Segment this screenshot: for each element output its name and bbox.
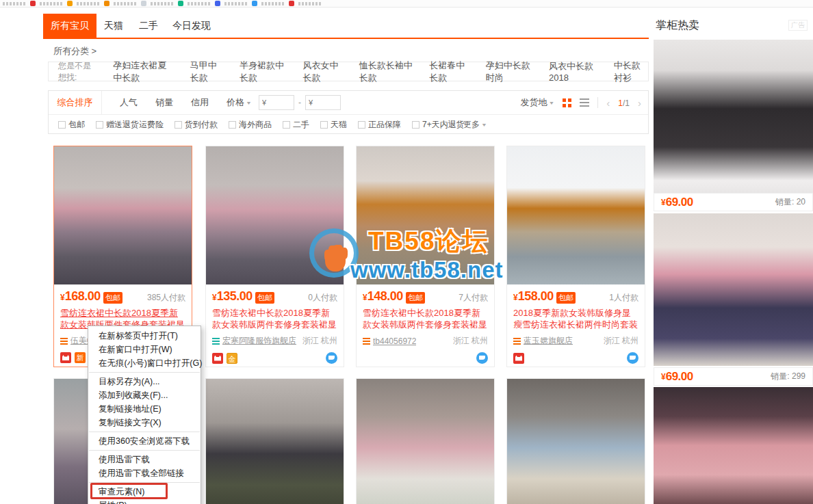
bookmark-icon — [178, 1, 183, 6]
product-title-link[interactable]: 2018夏季新款女装韩版修身显瘦雪纺连衣裙长裙两件时尚套装裙子潮 套 — [513, 307, 638, 330]
product-image[interactable] — [206, 379, 344, 504]
divider — [597, 97, 598, 108]
filter-tmall[interactable]: 天猫 — [320, 119, 347, 131]
filter-7day-return[interactable]: 7+天内退货 — [412, 119, 465, 131]
product-card[interactable]: ¥158.00包邮1人付款 2018夏季新款女装韩版修身显瘦雪纺连衣裙长裙两件时… — [506, 146, 645, 367]
tab-underline — [43, 38, 649, 39]
sidebar-product-price-row[interactable]: ¥69.00 销量: 299 — [654, 367, 813, 386]
menu-item-properties[interactable]: 属性(P) — [88, 499, 201, 504]
product-card[interactable] — [356, 378, 495, 504]
more-filters-link[interactable]: 更多▼ — [463, 119, 487, 131]
product-card[interactable]: ¥135.00包邮0人付款 雪纺连衣裙中长款2018夏季新款女装韩版两件套修身套… — [205, 146, 344, 367]
suggest-keyword[interactable]: 风衣中长款2018 — [549, 60, 599, 83]
seller-link[interactable]: 蓝玉嫦旗舰店 — [524, 335, 573, 347]
chevron-down-icon: ▼ — [246, 101, 252, 106]
sort-popularity[interactable]: 人气 — [120, 96, 138, 109]
browser-bookmarks-bar[interactable] — [0, 0, 813, 8]
menu-item-inspect-element[interactable]: 审查元素(N) — [88, 485, 201, 499]
wangwang-chat-icon[interactable] — [476, 352, 488, 364]
wangwang-chat-icon[interactable] — [326, 352, 337, 364]
filter-authentic[interactable]: 正品保障 — [358, 119, 401, 131]
seller-link[interactable]: 宏寒阿隆服饰旗舰店 — [222, 335, 296, 347]
checkbox-icon[interactable] — [175, 121, 182, 129]
product-image[interactable] — [507, 146, 645, 284]
menu-item-copy-link-address[interactable]: 复制链接地址(E) — [88, 402, 201, 416]
breadcrumb[interactable]: 所有分类 > — [53, 45, 96, 57]
menu-item-copy-link-text[interactable]: 复制链接文字(X) — [88, 416, 201, 429]
sidebar-product-price: 69.00 — [666, 196, 693, 209]
suggest-keyword[interactable]: 中长款衬衫 — [614, 59, 648, 84]
free-shipping-badge: 包邮 — [556, 292, 576, 304]
product-image[interactable] — [54, 146, 192, 284]
suggest-keyword[interactable]: 孕妇中长款时尚 — [486, 59, 534, 84]
menu-item-download-with-360[interactable]: 使用360安全浏览器下载 — [88, 434, 201, 448]
menu-item-download-all-with-thunder[interactable]: 使用迅雷下载全部链接 — [88, 466, 201, 480]
tab-secondhand[interactable]: 二手 — [139, 14, 158, 38]
tab-all-items[interactable]: 所有宝贝 — [43, 14, 96, 38]
wangwang-chat-icon[interactable] — [627, 352, 638, 364]
tmall-cat-icon — [513, 353, 524, 364]
product-card[interactable] — [506, 378, 645, 504]
menu-item-save-target-as[interactable]: 目标另存为(A)... — [88, 375, 201, 388]
price-max-input[interactable] — [305, 95, 341, 110]
checkbox-icon[interactable] — [229, 121, 236, 129]
product-image[interactable] — [357, 146, 494, 284]
product-card[interactable] — [205, 378, 344, 504]
bookmark-icon — [67, 1, 73, 6]
filter-return-insurance[interactable]: 赠送退货运费险 — [96, 119, 164, 131]
sort-comprehensive[interactable]: 综合排序 — [49, 91, 102, 114]
product-image[interactable] — [507, 379, 645, 504]
grid-view-icon[interactable] — [563, 98, 571, 107]
filter-secondhand[interactable]: 二手 — [283, 119, 309, 131]
filter-overseas[interactable]: 海外商品 — [229, 119, 272, 131]
price-range-dash: - — [298, 98, 301, 107]
tab-today-discover[interactable]: 今日发现 — [172, 14, 211, 38]
prev-page-button[interactable]: ‹ — [606, 97, 610, 109]
price-min-input[interactable] — [259, 95, 294, 110]
sort-price[interactable]: 价格▼ — [227, 96, 252, 109]
tmall-cat-icon — [212, 353, 223, 364]
checkbox-icon[interactable] — [58, 121, 66, 129]
menu-item-add-to-favorites[interactable]: 添加到收藏夹(F)... — [88, 388, 201, 402]
bookmark-label — [188, 2, 211, 5]
checkbox-icon[interactable] — [412, 121, 420, 129]
new-item-badge: 新 — [75, 352, 86, 363]
seller-link[interactable]: tb44056972 — [373, 336, 416, 346]
sort-credit[interactable]: 信用 — [191, 96, 209, 109]
product-image[interactable] — [206, 146, 344, 284]
sidebar-product-image[interactable] — [654, 213, 813, 366]
suggest-keyword[interactable]: 孕妇连衣裙夏中长款 — [113, 59, 175, 84]
suggest-keyword[interactable]: 半身裙款中长款 — [240, 59, 287, 84]
seller-location: 浙江 杭州 — [604, 335, 638, 347]
menu-item-open-new-window[interactable]: 在新窗口中打开(W) — [88, 343, 201, 356]
checkbox-icon[interactable] — [320, 121, 328, 129]
next-page-button[interactable]: › — [638, 97, 641, 109]
shop-icon — [363, 338, 370, 345]
product-image[interactable] — [357, 379, 494, 504]
product-title-link[interactable]: 雪纺连衣裙中长款2018夏季新款女装韩版两件套修身套装裙显瘦裙子 — [363, 307, 488, 330]
checkbox-icon[interactable] — [358, 121, 365, 129]
suggest-keyword[interactable]: 长裙春中长款 — [429, 59, 470, 84]
product-price: 158.00 — [518, 289, 554, 304]
filter-cod[interactable]: 货到付款 — [175, 119, 218, 131]
ship-from-filter[interactable]: 发货地▼ — [520, 96, 554, 109]
list-view-icon[interactable] — [580, 98, 589, 107]
filter-label: 正品保障 — [368, 119, 401, 131]
checkbox-icon[interactable] — [283, 121, 290, 129]
suggest-keyword[interactable]: 恤长款长袖中长款 — [359, 59, 414, 84]
menu-item-download-with-thunder[interactable]: 使用迅雷下载 — [88, 453, 201, 466]
checkbox-icon[interactable] — [96, 121, 103, 129]
sidebar-product-price-row[interactable]: ¥69.00 销量: 20 — [654, 193, 813, 211]
sidebar-title: 掌柜热卖 — [656, 18, 699, 33]
suggest-keyword[interactable]: 马甲中长款 — [190, 59, 224, 84]
sidebar-product-image[interactable] — [654, 387, 813, 504]
product-card[interactable]: ¥148.00包邮7人付款 雪纺连衣裙中长款2018夏季新款女装韩版两件套修身套… — [356, 146, 495, 367]
sidebar-product-image[interactable] — [654, 40, 813, 193]
sort-sales[interactable]: 销量 — [155, 96, 173, 109]
menu-item-open-incognito[interactable]: 在无痕(小号)窗口中打开(G) — [88, 356, 201, 370]
tab-tmall[interactable]: 天猫 — [104, 14, 123, 38]
filter-free-shipping[interactable]: 包邮 — [58, 119, 85, 131]
suggest-keyword[interactable]: 风衣女中长款 — [303, 59, 344, 84]
menu-item-open-new-tab[interactable]: 在新标签页中打开(T) — [88, 329, 201, 343]
product-title-link[interactable]: 雪纺连衣裙中长款2018夏季新款女装韩版两件套修身套装裙显瘦裙子 — [212, 307, 337, 330]
